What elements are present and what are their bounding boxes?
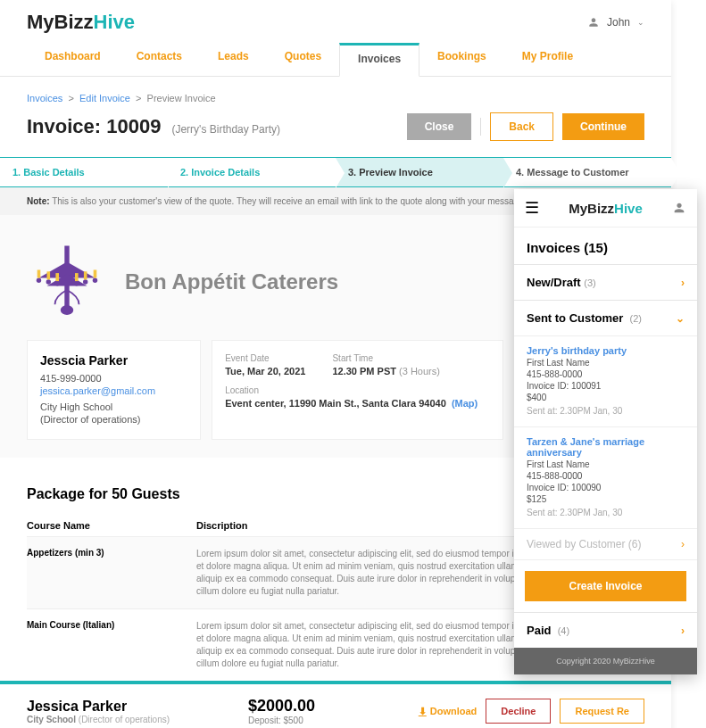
event-date: Tue, Mar 20, 2021 [225, 366, 305, 376]
user-menu[interactable]: John ⌄ [587, 16, 644, 29]
chevron-down-icon: ⌄ [676, 312, 685, 325]
map-link[interactable]: (Map) [452, 398, 478, 409]
create-invoice-button[interactable]: Create Invoice [525, 571, 686, 601]
breadcrumb-current: Preview Invoice [147, 93, 216, 103]
download-button[interactable]: ⬇ Download [419, 706, 478, 717]
svg-point-4 [74, 281, 79, 285]
svg-rect-11 [75, 273, 79, 281]
invoice-subtitle: (Jerry's Birthday Party) [171, 123, 280, 136]
decline-button[interactable]: Decline [486, 699, 551, 724]
close-button[interactable]: Close [407, 113, 472, 140]
deposit-amount: Deposit: $500 [248, 716, 419, 725]
separator [480, 118, 481, 136]
section-sent-to-customer[interactable]: Sent to Customer (2) ⌄ [514, 300, 697, 335]
step-basic-details[interactable]: 1. Basic Details [0, 158, 168, 186]
svg-point-2 [46, 279, 51, 284]
total-amount: $2000.00 [248, 697, 419, 716]
event-card: Event Date Tue, Mar 20, 2021 Start Time … [212, 340, 503, 440]
chevron-right-icon: › [681, 538, 685, 550]
contact-card: Jesscia Parker 415-999-0000 jessica.park… [27, 340, 201, 440]
user-icon [587, 16, 600, 29]
tab-contacts[interactable]: Contacts [119, 43, 200, 76]
tab-invoices[interactable]: Invoices [339, 43, 419, 77]
contact-org: City High School [40, 401, 187, 412]
back-button[interactable]: Back [490, 112, 553, 141]
mobile-logo: MyBizzHive [569, 201, 643, 216]
tab-leads[interactable]: Leads [200, 43, 267, 76]
wizard-steps: 1. Basic Details 2. Invoice Details 3. P… [0, 157, 671, 187]
company-name: Bon Appétit Caterers [125, 269, 338, 294]
breadcrumb-invoices[interactable]: Invoices [27, 93, 62, 103]
breadcrumb-edit[interactable]: Edit Invoice [79, 93, 130, 103]
section-paid[interactable]: Paid (4) › [514, 612, 697, 648]
breadcrumb: Invoices > Edit Invoice > Preview Invoic… [27, 93, 644, 103]
svg-point-5 [83, 279, 87, 284]
user-name: John [607, 16, 630, 29]
section-viewed-by-customer[interactable]: Viewed by Customer (6) › [514, 528, 697, 559]
event-start-time: 12.30 PM PST (3 Hours) [332, 366, 439, 376]
user-icon[interactable] [672, 201, 686, 215]
svg-point-1 [37, 278, 41, 283]
invoice-title: Invoice: 10009 [27, 115, 161, 138]
invoice-list-item[interactable]: Tarzen & Jane's marriage anniversary Fir… [514, 426, 697, 528]
invoice-list-item[interactable]: Jerry's birthday party First Last Name 4… [514, 335, 697, 426]
svg-rect-13 [94, 270, 97, 278]
download-icon: ⬇ [419, 706, 427, 717]
main-nav: Dashboard Contacts Leads Quotes Invoices… [0, 34, 671, 77]
company-logo-icon [27, 242, 107, 322]
mobile-footer: Copyright 2020 MyBizzHive [514, 648, 697, 674]
summary-name: Jessica Parker [27, 699, 248, 715]
continue-button[interactable]: Continue [562, 113, 644, 140]
chevron-right-icon: › [681, 277, 685, 289]
mobile-view: ☰ MyBizzHive Invoices (15) New/Draft (3)… [514, 189, 697, 674]
svg-point-3 [55, 281, 60, 285]
event-location: Event center, 11990 Main St., Santa Clar… [225, 398, 490, 409]
step-invoice-details[interactable]: 2. Invoice Details [168, 158, 336, 186]
mobile-page-title: Invoices (15) [514, 228, 697, 264]
svg-point-7 [61, 305, 73, 315]
chevron-down-icon: ⌄ [637, 18, 644, 27]
svg-rect-10 [55, 273, 59, 281]
tab-profile[interactable]: My Profile [504, 43, 591, 76]
hamburger-icon[interactable]: ☰ [525, 198, 539, 218]
tab-quotes[interactable]: Quotes [267, 43, 339, 76]
chevron-right-icon: › [681, 625, 685, 637]
step-preview[interactable]: 3. Preview Invoice [336, 158, 503, 186]
svg-rect-8 [37, 270, 41, 278]
contact-phone: 415-999-0000 [40, 373, 187, 384]
svg-point-6 [93, 278, 97, 283]
svg-rect-12 [84, 271, 87, 279]
contact-role: (Director of operations) [40, 414, 187, 425]
svg-rect-9 [47, 271, 51, 279]
logo: MyBizzHive [27, 11, 135, 34]
summary-bar: Jessica Parker City School (Director of … [0, 681, 671, 728]
step-message[interactable]: 4. Message to Customer [503, 158, 671, 186]
contact-name: Jesscia Parker [40, 353, 187, 368]
tab-dashboard[interactable]: Dashboard [27, 43, 119, 76]
request-revision-button[interactable]: Request Re [560, 699, 644, 724]
tab-bookings[interactable]: Bookings [419, 43, 504, 76]
section-new-draft[interactable]: New/Draft (3) › [514, 264, 697, 300]
contact-email[interactable]: jessica.parker@gmail.com [40, 385, 187, 396]
